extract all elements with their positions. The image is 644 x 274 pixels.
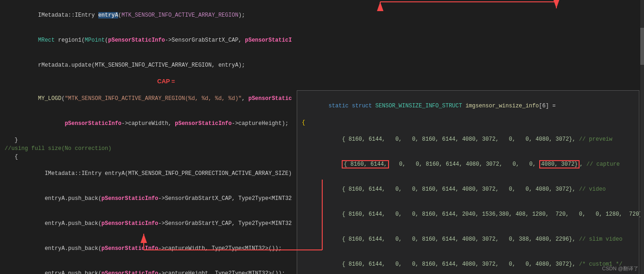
struct-row-5: { 8160, 6144, 0, 0, 8160, 6144, 4080, 30… (302, 252, 634, 274)
code-line-1: IMetadata::IEntry entryA(MTK_SENSOR_INFO… (5, 3, 287, 28)
struct-open: { (302, 118, 634, 127)
struct-decl: static struct SENSOR_WINSIZE_INFO_STRUCT… (302, 93, 634, 118)
code-line-logd1b: pSensorStaticInfo->captureWidth, pSensor… (5, 111, 287, 136)
code-line-entry2: IMetadata::IEntry entryA(MTK_SENSOR_INFO… (5, 161, 287, 186)
code-line-push2: entryA.push_back(pSensorStaticInfo->Sens… (5, 211, 287, 236)
struct-row-2: { 8160, 6144, 0, 0, 8160, 6144, 4080, 30… (302, 177, 634, 202)
code-box: static struct SENSOR_WINSIZE_INFO_STRUCT… (297, 90, 639, 274)
struct-row-1: { 8160, 6144, 0, 0, 8160, 6144, 4080, 30… (302, 152, 634, 177)
code-line-open1: { (5, 153, 287, 161)
main-container: IMetadata::IEntry entryA(MTK_SENSOR_INFO… (0, 0, 644, 274)
right-code-panel: static struct SENSOR_WINSIZE_INFO_STRUCT… (292, 0, 644, 274)
scrollbar[interactable] (640, 0, 644, 274)
code-line-close1: } (5, 136, 287, 144)
struct-row-3: { 8160, 6144, 0, 0, 8160, 6144, 2040, 15… (302, 202, 634, 227)
csdn-label: CSDN @翻译了 (602, 265, 638, 272)
code-line-push3: entryA.push_back(pSensorStaticInfo->capt… (5, 236, 287, 261)
code-line-push4: entryA.push_back(pSensorStaticInfo->capt… (5, 261, 287, 274)
code-line-blank1 (5, 78, 287, 86)
code-line-2: MRect region1(MPoint(pSensorStaticInfo->… (5, 28, 287, 53)
code-line-push1: entryA.push_back(pSensorStaticInfo->Sens… (5, 186, 287, 211)
code-line-3: rMetadata.update(MTK_SENSOR_INFO_ACTIVE_… (5, 53, 287, 78)
code-line-logd1: MY_LOGD("MTK_SENSOR_INFO_ACTIVE_ARRAY_RE… (5, 86, 287, 111)
left-code-panel: IMetadata::IEntry entryA(MTK_SENSOR_INFO… (0, 0, 292, 274)
struct-row-4: { 8160, 6144, 0, 0, 8160, 6144, 4080, 30… (302, 227, 634, 252)
code-line-comment1: //using full size(No correction) (5, 144, 287, 153)
struct-row-0: { 8160, 6144, 0, 0, 8160, 6144, 4080, 30… (302, 127, 634, 152)
scrollbar-thumb[interactable] (640, 28, 644, 65)
